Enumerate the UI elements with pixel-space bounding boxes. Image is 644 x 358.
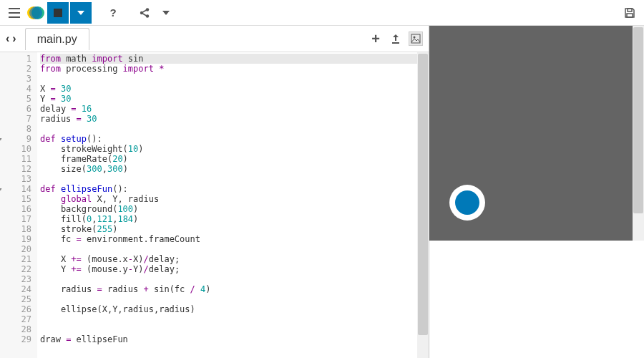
editor-scrollbar[interactable] bbox=[417, 52, 429, 358]
share-button[interactable] bbox=[135, 3, 155, 23]
scroll-thumb[interactable] bbox=[418, 54, 428, 335]
logo-icon bbox=[26, 3, 46, 23]
output-scrollbar[interactable] bbox=[633, 26, 644, 241]
editor-pane: ‹ › main.py + 12345678910111213141516171… bbox=[0, 26, 429, 358]
file-tab[interactable]: main.py bbox=[25, 28, 89, 50]
canvas[interactable] bbox=[429, 26, 644, 241]
upload-button[interactable] bbox=[389, 32, 403, 46]
run-dropdown[interactable] bbox=[70, 2, 92, 24]
stop-button[interactable] bbox=[47, 2, 69, 24]
svg-point-4 bbox=[146, 8, 149, 11]
save-button[interactable] bbox=[620, 3, 640, 23]
line-gutter: 1234567891011121314151617181920212223242… bbox=[0, 52, 37, 358]
svg-rect-8 bbox=[392, 42, 399, 44]
svg-rect-6 bbox=[628, 9, 632, 11]
stop-icon bbox=[54, 9, 62, 17]
add-file-button[interactable]: + bbox=[369, 32, 383, 46]
svg-point-2 bbox=[29, 6, 42, 19]
svg-point-5 bbox=[146, 14, 149, 17]
code-editor[interactable]: 1234567891011121314151617181920212223242… bbox=[0, 52, 429, 358]
svg-rect-9 bbox=[411, 34, 420, 43]
ellipse-fill bbox=[455, 190, 479, 215]
output-pane bbox=[429, 26, 644, 358]
share-dropdown[interactable] bbox=[156, 3, 176, 23]
main-area: ‹ › main.py + 12345678910111213141516171… bbox=[0, 26, 644, 358]
svg-point-10 bbox=[414, 37, 416, 39]
menu-button[interactable] bbox=[4, 3, 24, 23]
nav-forward[interactable]: › bbox=[12, 32, 16, 45]
toolbar: ? bbox=[0, 0, 644, 26]
help-button[interactable]: ? bbox=[103, 3, 123, 23]
code-content[interactable]: from math import sinfrom processing impo… bbox=[37, 52, 429, 358]
nav-back[interactable]: ‹ bbox=[6, 32, 9, 45]
tab-row: ‹ › main.py + bbox=[0, 26, 429, 52]
svg-rect-7 bbox=[627, 14, 633, 17]
image-mode-button[interactable] bbox=[409, 32, 423, 46]
output-scroll-thumb[interactable] bbox=[633, 27, 643, 213]
